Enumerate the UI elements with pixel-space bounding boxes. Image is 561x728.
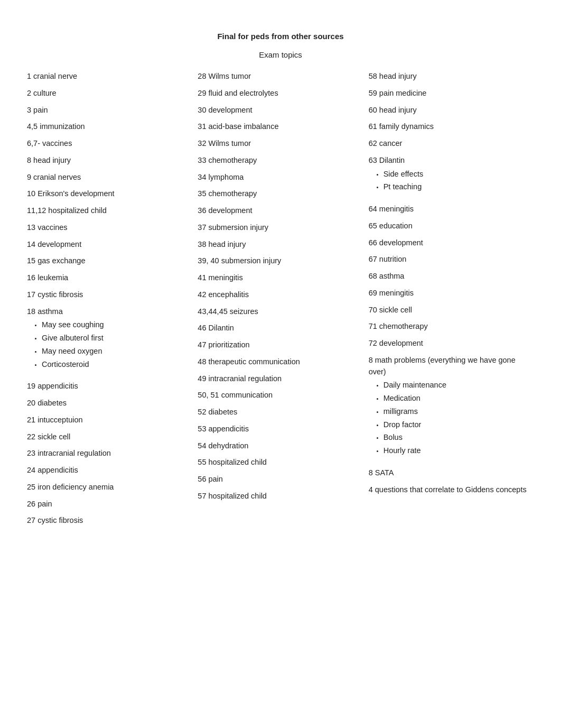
- item-2: 2 culture: [27, 88, 192, 99]
- c3-item-4: 61 family dynamics: [369, 121, 534, 133]
- c3-item-10: 67 nutrition: [369, 254, 534, 265]
- item-24: 24 appendicitis: [27, 465, 192, 476]
- item-22: 22 sickle cell: [27, 431, 192, 443]
- c2-item-23: 54 dehydration: [198, 440, 363, 452]
- c3-item-11: 68 asthma: [369, 271, 534, 282]
- c3-item-3: 60 head injury: [369, 105, 534, 116]
- c2-item-19: 49 intracranial regulation: [198, 373, 363, 385]
- item-6: 8 head injury: [27, 155, 192, 167]
- item-1: 1 cranial nerve: [27, 71, 192, 82]
- c2-item-12: 39, 40 submersion injury: [198, 255, 363, 267]
- item-20: 20 diabetes: [27, 398, 192, 409]
- asthma-sub-3: May need oxygen: [42, 346, 192, 357]
- item-7: 9 cranial nerves: [27, 172, 192, 183]
- c2-item-24: 55 hospitalized child: [198, 457, 363, 468]
- dilantin-sublist: Side effects Pt teaching: [369, 169, 534, 193]
- item-11: 14 development: [27, 239, 192, 251]
- c2-item-9: 36 development: [198, 205, 363, 217]
- item-13: 16 leukemia: [27, 272, 192, 284]
- c2-item-6: 33 chemotherapy: [198, 155, 363, 167]
- dilantin-sub-1: Side effects: [384, 169, 534, 180]
- c3-item-16-math: 8 math problems (everything we have gone…: [369, 355, 534, 378]
- item-25: 25 iron deficiency anemia: [27, 482, 192, 493]
- c2-item-15: 43,44,45 seizures: [198, 306, 363, 318]
- item-4: 4,5 immunization: [27, 121, 192, 133]
- item-10: 13 vaccines: [27, 222, 192, 234]
- c3-item-9: 66 development: [369, 237, 534, 249]
- asthma-sub-2: Give albuterol first: [42, 333, 192, 344]
- column-1: 1 cranial nerve 2 culture 3 pain 4,5 imm…: [27, 71, 198, 532]
- item-3: 3 pain: [27, 105, 192, 116]
- c3-item-6-dilantin: 63 Dilantin: [369, 155, 534, 167]
- c2-item-22: 53 appendicitis: [198, 423, 363, 435]
- c2-item-17: 47 prioritization: [198, 339, 363, 351]
- c3-item-7: 64 meningitis: [369, 204, 534, 215]
- c2-item-5: 32 Wilms tumor: [198, 138, 363, 150]
- c2-item-18: 48 therapeutic communication: [198, 356, 363, 368]
- math-sub-2: Medication: [384, 393, 534, 404]
- item-21: 21 intucceptuion: [27, 414, 192, 426]
- math-sublist: Daily maintenance Medication milligrams …: [369, 380, 534, 457]
- c2-item-2: 29 fluid and electrolytes: [198, 88, 363, 99]
- item-12: 15 gas exchange: [27, 255, 192, 267]
- math-sub-3: milligrams: [384, 406, 534, 418]
- c2-item-10: 37 submersion injury: [198, 222, 363, 234]
- item-18-asthma: 18 asthma: [27, 306, 192, 318]
- item-23: 23 intracranial regulation: [27, 448, 192, 459]
- math-sub-6: Hourly rate: [384, 445, 534, 457]
- dilantin-sub-2: Pt teaching: [384, 181, 534, 193]
- c3-item-2: 59 pain medicine: [369, 88, 534, 99]
- item-27: 27 cystic fibrosis: [27, 515, 192, 527]
- c2-item-11: 38 head injury: [198, 239, 363, 251]
- c3-item-13: 70 sickle cell: [369, 305, 534, 316]
- column-3: 58 head injury 59 pain medicine 60 head …: [369, 71, 534, 501]
- math-sub-5: Bolus: [384, 432, 534, 444]
- c3-item-18-giddens: 4 questions that correlate to Giddens co…: [369, 484, 534, 496]
- c3-item-15: 72 development: [369, 338, 534, 349]
- column-2: 28 Wilms tumor 29 fluid and electrolytes…: [198, 71, 368, 508]
- c3-item-17-sata: 8 SATA: [369, 467, 534, 479]
- c2-item-21: 52 diabetes: [198, 407, 363, 418]
- asthma-sub-4: Corticosteroid: [42, 359, 192, 371]
- c2-item-8: 35 chemotherapy: [198, 188, 363, 200]
- c3-item-5: 62 cancer: [369, 138, 534, 150]
- page-title: Final for peds from other sources: [21, 32, 540, 41]
- asthma-sub-1: May see coughing: [42, 319, 192, 331]
- c2-item-1: 28 Wilms tumor: [198, 71, 363, 82]
- asthma-sublist: May see coughing Give albuterol first Ma…: [27, 319, 192, 370]
- exam-topics-label: Exam topics: [21, 50, 540, 59]
- c2-item-13: 41 meningitis: [198, 272, 363, 284]
- item-9: 11,12 hospitalized child: [27, 205, 192, 217]
- c3-item-14: 71 chemotherapy: [369, 321, 534, 333]
- c2-item-7: 34 lymphoma: [198, 172, 363, 183]
- c3-item-1: 58 head injury: [369, 71, 534, 82]
- c2-item-16: 46 Dilantin: [198, 322, 363, 334]
- c2-item-26: 57 hospitalized child: [198, 491, 363, 502]
- item-8: 10 Erikson's development: [27, 188, 192, 200]
- c3-item-8: 65 education: [369, 220, 534, 232]
- c3-item-12: 69 meningitis: [369, 288, 534, 299]
- c2-item-4: 31 acid-base imbalance: [198, 121, 363, 133]
- c2-item-20: 50, 51 communication: [198, 390, 363, 401]
- item-14: 17 cystic fibrosis: [27, 289, 192, 301]
- c2-item-25: 56 pain: [198, 474, 363, 485]
- item-19: 19 appendicitis: [27, 381, 192, 392]
- item-26: 26 pain: [27, 499, 192, 510]
- item-5: 6,7- vaccines: [27, 138, 192, 150]
- math-sub-4: Drop factor: [384, 419, 534, 431]
- c2-item-14: 42 encephalitis: [198, 289, 363, 301]
- c2-item-3: 30 development: [198, 105, 363, 116]
- math-sub-1: Daily maintenance: [384, 380, 534, 391]
